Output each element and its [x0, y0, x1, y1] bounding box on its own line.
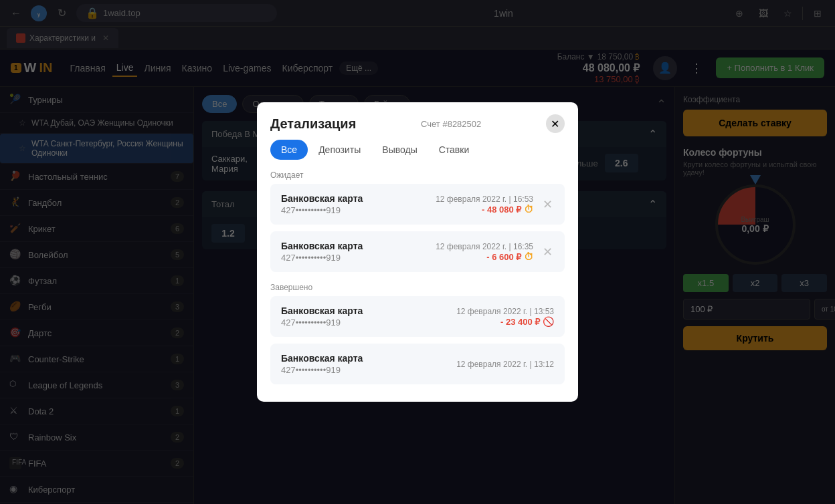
block-icon-2: 🚫	[543, 316, 554, 327]
card-right-2: 12 февраля 2022 г. | 13:53 - 23 400 ₽ 🚫	[456, 307, 554, 327]
tab-bets[interactable]: Ставки	[428, 140, 480, 160]
modal-body: Ожидает Банковская карта 427••••••••••91…	[257, 166, 578, 402]
transaction-2: Банковская карта 427••••••••••919 12 фев…	[270, 296, 565, 337]
tab-all[interactable]: Все	[270, 140, 308, 160]
transaction-0: Банковская карта 427••••••••••919 12 фев…	[270, 184, 565, 225]
modal-header: Детализация Счет #8282502 ✕	[257, 102, 578, 140]
section-done-label: Завершено	[270, 279, 565, 296]
card-amount-0: - 48 080 ₽ ⏱	[436, 204, 533, 215]
modal-tabs: Все Депозиты Выводы Ставки	[257, 140, 578, 166]
card-name-1: Банковская карта	[281, 241, 428, 251]
clock-icon-1: ⏱	[524, 251, 533, 262]
card-date-1: 12 февраля 2022 г. | 16:35	[436, 242, 533, 251]
card-num-3: 427••••••••••919	[281, 365, 448, 375]
card-num-1: 427••••••••••919	[281, 253, 428, 263]
card-name-0: Банковская карта	[281, 193, 428, 204]
card-close-0[interactable]: ✕	[541, 196, 554, 213]
transaction-1: Банковская карта 427••••••••••919 12 фев…	[270, 231, 565, 272]
overlay[interactable]: Детализация Счет #8282502 ✕ Все Депозиты…	[0, 0, 835, 504]
card-info-0: Банковская карта 427••••••••••919	[281, 193, 428, 215]
card-num-0: 427••••••••••919	[281, 205, 428, 215]
card-date-3: 12 февраля 2022 г. | 13:12	[456, 360, 554, 369]
modal: Детализация Счет #8282502 ✕ Все Депозиты…	[257, 102, 578, 402]
section-pending-label: Ожидает	[270, 166, 565, 184]
clock-icon-0: ⏱	[524, 204, 533, 215]
modal-close-button[interactable]: ✕	[546, 114, 565, 133]
card-info-1: Банковская карта 427••••••••••919	[281, 241, 428, 263]
card-info-3: Банковская карта 427••••••••••919	[281, 353, 448, 375]
card-name-2: Банковская карта	[281, 305, 448, 316]
modal-account: Счет #8282502	[421, 119, 481, 129]
card-info-2: Банковская карта 427••••••••••919	[281, 305, 448, 328]
card-name-3: Банковская карта	[281, 353, 448, 364]
tab-withdrawals[interactable]: Выводы	[371, 140, 428, 160]
modal-title: Детализация	[270, 116, 356, 132]
tab-deposits[interactable]: Депозиты	[308, 140, 371, 160]
card-right-0: 12 февраля 2022 г. | 16:53 - 48 080 ₽ ⏱	[436, 195, 533, 215]
card-date-0: 12 февраля 2022 г. | 16:53	[436, 195, 533, 204]
card-date-2: 12 февраля 2022 г. | 13:53	[456, 307, 554, 316]
card-amount-2: - 23 400 ₽ 🚫	[456, 316, 554, 327]
transaction-3: Банковская карта 427••••••••••919 12 фев…	[270, 344, 565, 384]
card-right-1: 12 февраля 2022 г. | 16:35 - 6 600 ₽ ⏱	[436, 242, 533, 262]
card-amount-1: - 6 600 ₽ ⏱	[436, 251, 533, 262]
card-num-2: 427••••••••••919	[281, 318, 448, 328]
card-right-3: 12 февраля 2022 г. | 13:12	[456, 360, 554, 369]
card-close-1[interactable]: ✕	[541, 243, 554, 261]
